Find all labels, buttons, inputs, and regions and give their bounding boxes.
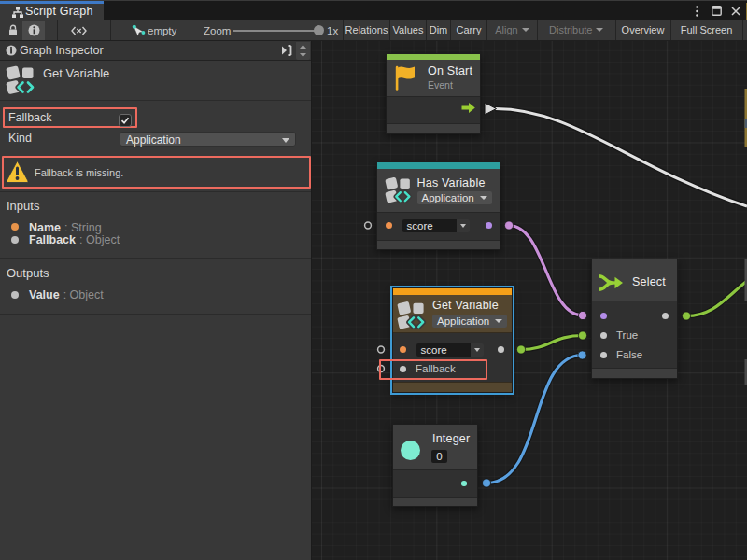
wire-hasvariable-to-select[interactable] (509, 226, 583, 316)
variable-name-dropdown[interactable] (456, 219, 470, 232)
node-integer[interactable]: Integer 0 (392, 424, 478, 508)
dock-panel-icon[interactable] (281, 45, 292, 56)
variable-scope-dropdown[interactable]: Application (432, 315, 507, 328)
graph-breadcrumb-label[interactable]: empty (148, 25, 176, 36)
node-has-variable[interactable]: Has Variable Application score (376, 161, 500, 250)
node-select[interactable]: Select True False (591, 259, 678, 379)
lock-icon[interactable] (8, 24, 18, 36)
toolbar-button-distribute[interactable]: Distribute (538, 20, 616, 40)
graph-breadcrumb-icon (132, 24, 146, 37)
variable-name-field[interactable]: score (402, 219, 456, 232)
input-type: : String (64, 221, 102, 234)
scroll-spinner[interactable] (296, 42, 310, 60)
selection-output-port[interactable] (662, 313, 669, 319)
section-divider (0, 100, 311, 101)
script-graph-icon (11, 6, 24, 19)
inspector-toggle-button[interactable] (22, 21, 45, 40)
node-title: Integer (432, 432, 470, 445)
chevron-down-icon (596, 28, 603, 32)
node-title: Has Variable (417, 176, 486, 189)
flow-output-arrow-icon[interactable] (460, 102, 476, 114)
annotation-rect-fallback-port (379, 359, 487, 380)
variables-icon (6, 63, 36, 94)
scope-value: Application (422, 192, 474, 203)
node-footer (387, 123, 480, 133)
variables-icon (385, 175, 413, 203)
false-port-label: False (616, 349, 642, 360)
node-on-start[interactable]: On Start Event (386, 53, 481, 135)
inspector-header-title: Graph Inspector (20, 44, 104, 57)
output-type: : Object (63, 288, 104, 301)
port-description-row: Value : Object (29, 288, 104, 301)
info-icon (28, 24, 40, 36)
inspector-header: Graph Inspector (0, 41, 311, 61)
node-footer (393, 382, 512, 393)
wire-onstart-flow[interactable] (496, 109, 747, 207)
field-value: score (407, 220, 433, 231)
warning-message: Fallback is missing. (35, 167, 123, 178)
section-divider (0, 314, 311, 315)
toolbar-button-relations[interactable]: Relations (344, 20, 390, 40)
false-input-port[interactable] (600, 352, 607, 358)
graph-inspector-panel: Graph Inspector Get Variable Fallback (0, 41, 312, 560)
zoom-slider-handle[interactable] (314, 25, 324, 35)
chevron-down-icon (282, 138, 289, 143)
zoom-label: Zoom (204, 25, 231, 36)
zoom-value: 1x (327, 25, 338, 36)
node-header: Select (592, 259, 677, 301)
fallback-option-label: Fallback (8, 111, 52, 124)
input-type: : Object (79, 233, 120, 246)
toolbar-button-overview[interactable]: Overview (616, 20, 671, 40)
tab-script-graph[interactable]: Script Graph (0, 1, 104, 21)
window-maximize-icon[interactable] (709, 4, 724, 19)
variable-name-dropdown[interactable] (470, 343, 484, 357)
node-footer (592, 368, 677, 378)
scope-value: Application (437, 315, 489, 327)
kind-label: Kind (8, 132, 32, 145)
tab-bar: Script Graph (0, 0, 747, 20)
info-icon (6, 45, 17, 56)
result-output-port[interactable] (486, 222, 492, 229)
kind-value: Application (126, 133, 181, 147)
graph-canvas[interactable]: On Start Event Has Variable Application … (312, 41, 747, 560)
integer-value-field[interactable]: 0 (431, 450, 447, 463)
chevron-down-icon (460, 224, 466, 228)
window-menu-icon[interactable] (689, 4, 704, 19)
input-name: Fallback (29, 233, 76, 246)
name-input-port[interactable] (386, 222, 392, 229)
zoom-slider[interactable] (233, 30, 315, 32)
value-output-port[interactable] (498, 346, 504, 353)
node-color-strip (393, 288, 512, 295)
variable-scope-dropdown[interactable]: Application (417, 191, 492, 204)
node-header: On Start Event (387, 60, 480, 97)
toolbar-button-dim[interactable]: Dim (427, 20, 451, 40)
true-input-port[interactable] (600, 332, 607, 339)
value-inspection-icon[interactable] (71, 26, 87, 35)
input-port-dot (11, 236, 19, 244)
toolbar-button-fullscreen[interactable]: Full Screen (671, 20, 743, 40)
node-footer (377, 240, 500, 249)
warning-icon (6, 160, 29, 184)
toolbar-button-values[interactable]: Values (390, 20, 427, 40)
node-header: Has Variable Application (377, 169, 500, 213)
node-title: Get Variable (432, 299, 499, 312)
condition-input-port[interactable] (600, 313, 607, 319)
toolbar-button-align[interactable]: Align (487, 20, 538, 40)
fallback-checkbox[interactable] (119, 114, 132, 127)
toolbar-button-carry[interactable]: Carry (451, 20, 487, 40)
integer-output-port[interactable] (461, 481, 467, 486)
chevron-down-icon (522, 28, 529, 32)
active-tab-indicator (0, 1, 104, 4)
section-divider (0, 258, 311, 259)
name-input-port[interactable] (400, 346, 406, 353)
output-name: Value (29, 288, 60, 301)
kind-dropdown[interactable]: Application (120, 132, 296, 147)
variable-name-field[interactable]: score (416, 343, 471, 357)
node-header: Get Variable Application (393, 295, 512, 334)
true-port-label: True (616, 329, 638, 341)
input-port-dot (11, 223, 19, 231)
flow-port-triangle[interactable] (485, 103, 497, 115)
window-close-icon[interactable] (728, 4, 743, 19)
spinner-up-icon (300, 45, 306, 49)
toolbar-separator (57, 20, 58, 40)
